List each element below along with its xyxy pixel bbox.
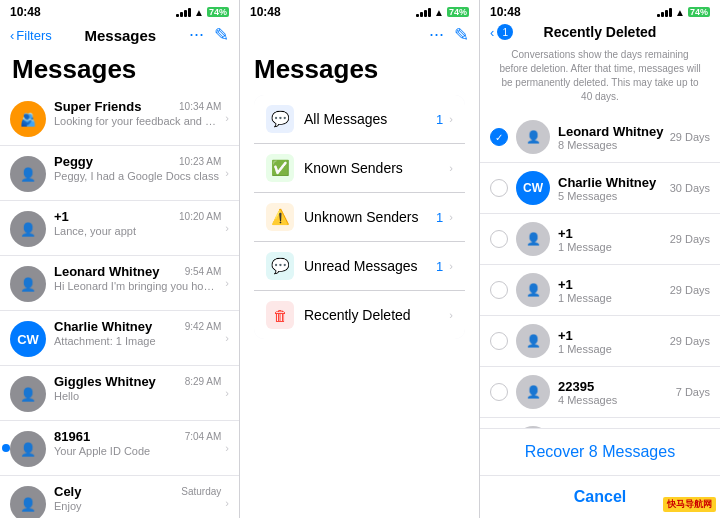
filter-known-senders[interactable]: ✅ Known Senders ›: [254, 144, 465, 193]
battery-p3: 74%: [688, 7, 710, 17]
list-item[interactable]: 👤 Leonard Whitney 8 Messages 29 Days: [480, 112, 720, 163]
signal-icon: [657, 8, 672, 17]
message-list[interactable]: 🫂 Super Friends 10:34 AM Looking for you…: [0, 91, 239, 518]
status-bar-p1: 10:48 ▲ 74%: [0, 0, 239, 22]
contact-name: +1: [558, 226, 666, 241]
status-bar-p2: 10:48 ▲ 74%: [240, 0, 479, 22]
filter-count: 1: [436, 112, 443, 127]
filter-unknown-senders[interactable]: ⚠️ Unknown Senders 1 ›: [254, 193, 465, 242]
chevron-right-icon: ›: [225, 222, 229, 234]
recently-deleted-icon: 🗑: [266, 301, 294, 329]
p2-title-bar: Messages: [240, 50, 479, 95]
msg-preview: Looking for your feedback and contributi…: [54, 115, 221, 127]
nav-actions-p2: ··· ✎: [429, 24, 469, 46]
chevron-right-icon: ›: [449, 211, 453, 223]
list-item[interactable]: CW Charlie Whitney 5 Messages 30 Days: [480, 163, 720, 214]
p1-title-bar: Messages: [0, 50, 239, 91]
filter-label: Recently Deleted: [304, 307, 443, 323]
filter-count: 1: [436, 259, 443, 274]
chevron-right-icon: ›: [225, 112, 229, 124]
list-item[interactable]: 👤 +1 1 Message 29 Days: [480, 265, 720, 316]
message-count: 8 Messages: [558, 139, 666, 151]
list-item[interactable]: 👤 22395 4 Messages 7 Days: [480, 367, 720, 418]
filter-label: Known Senders: [304, 160, 443, 176]
filter-unread-messages[interactable]: 💬 Unread Messages 1 ›: [254, 242, 465, 291]
unread-dot: [2, 444, 10, 452]
chevron-left-icon: ‹: [10, 28, 14, 43]
nav-p2: ··· ✎: [240, 22, 479, 50]
filter-label: Unknown Senders: [304, 209, 436, 225]
back-filters-button[interactable]: ‹ Filters: [10, 28, 52, 43]
contact-name: Charlie Whitney: [558, 175, 666, 190]
list-item[interactable]: 👤 Peggy 10:23 AM Peggy, I had a Google D…: [0, 146, 239, 201]
time-p1: 10:48: [10, 5, 41, 19]
msg-name: 81961: [54, 429, 90, 444]
info-text: Conversations show the days remaining be…: [480, 44, 720, 112]
avatar: 👤: [10, 266, 46, 302]
nav-title-p3: Recently Deleted: [544, 24, 657, 40]
chevron-right-icon: ›: [225, 332, 229, 344]
chevron-right-icon: ›: [449, 260, 453, 272]
message-count: 5 Messages: [558, 190, 666, 202]
all-messages-icon: 💬: [266, 105, 294, 133]
more-icon-p2[interactable]: ···: [429, 24, 444, 46]
signal-icon: [176, 8, 191, 17]
msg-preview: Your Apple ID Code: [54, 445, 221, 457]
known-senders-icon: ✅: [266, 154, 294, 182]
list-item[interactable]: CW Charlie Whitney 9:42 AM Attachment: 1…: [0, 311, 239, 366]
msg-name: +1: [54, 209, 69, 224]
more-icon[interactable]: ···: [189, 24, 204, 46]
chevron-right-icon: ›: [225, 387, 229, 399]
radio-button[interactable]: [490, 383, 508, 401]
msg-time: Saturday: [181, 486, 221, 497]
radio-button[interactable]: [490, 128, 508, 146]
avatar: 👤: [10, 211, 46, 247]
list-item[interactable]: 👤 +1 10:20 AM Lance, your appt ›: [0, 201, 239, 256]
chevron-right-icon: ›: [225, 497, 229, 509]
filter-menu-panel: 10:48 ▲ 74% ··· ✎ Messages 💬 All Message…: [240, 0, 480, 518]
filter-all-messages[interactable]: 💬 All Messages 1 ›: [254, 95, 465, 144]
signal-icon: [416, 8, 431, 17]
status-bar-p3: 10:48 ▲ 74%: [480, 0, 720, 22]
list-item[interactable]: 👤 Giggles Whitney 8:29 AM Hello ›: [0, 366, 239, 421]
radio-button[interactable]: [490, 281, 508, 299]
list-item[interactable]: 👤 +1 1 Message 29 Days: [480, 214, 720, 265]
message-count: 1 Message: [558, 241, 666, 253]
avatar: 👤: [10, 431, 46, 467]
chevron-right-icon: ›: [225, 442, 229, 454]
filter-panel-title: Messages: [254, 54, 465, 85]
days-remaining: 30 Days: [670, 182, 710, 194]
battery-p1: 74%: [207, 7, 229, 17]
list-item[interactable]: 👤 +1 1 Message 29 Days: [480, 316, 720, 367]
wifi-icon: ▲: [434, 7, 444, 18]
status-icons-p2: ▲ 74%: [416, 7, 469, 18]
contact-name: Leonard Whitney: [558, 124, 666, 139]
list-item[interactable]: 👤 Leonard Whitney 9:54 AM Hi Leonard I'm…: [0, 256, 239, 311]
msg-preview: Lance, your appt: [54, 225, 221, 237]
list-item[interactable]: 👤 Cely Saturday Enjoy ›: [0, 476, 239, 518]
avatar: CW: [516, 171, 550, 205]
avatar: 👤: [516, 375, 550, 409]
deleted-message-list[interactable]: 👤 Leonard Whitney 8 Messages 29 Days CW …: [480, 112, 720, 428]
list-item[interactable]: 👤 +1 2 Messages 29 Days: [480, 418, 720, 428]
avatar: 👤: [10, 156, 46, 192]
compose-icon[interactable]: ✎: [214, 24, 229, 46]
contact-name: +1: [558, 277, 666, 292]
recover-messages-button[interactable]: Recover 8 Messages: [480, 429, 720, 476]
list-item[interactable]: 🫂 Super Friends 10:34 AM Looking for you…: [0, 91, 239, 146]
days-remaining: 29 Days: [670, 233, 710, 245]
radio-button[interactable]: [490, 230, 508, 248]
back-button-p3[interactable]: ‹ 1: [490, 24, 513, 40]
filter-list: 💬 All Messages 1 › ✅ Known Senders › ⚠️ …: [254, 95, 465, 339]
nav-p3: ‹ 1 Recently Deleted: [480, 22, 720, 44]
compose-icon-p2[interactable]: ✎: [454, 24, 469, 46]
watermark: 快马导航网: [663, 497, 716, 512]
avatar: 🫂: [10, 101, 46, 137]
chevron-right-icon: ›: [225, 277, 229, 289]
msg-time: 9:54 AM: [185, 266, 222, 277]
msg-time: 7:04 AM: [185, 431, 222, 442]
list-item[interactable]: 👤 81961 7:04 AM Your Apple ID Code ›: [0, 421, 239, 476]
radio-button[interactable]: [490, 179, 508, 197]
radio-button[interactable]: [490, 332, 508, 350]
filter-recently-deleted[interactable]: 🗑 Recently Deleted ›: [254, 291, 465, 339]
